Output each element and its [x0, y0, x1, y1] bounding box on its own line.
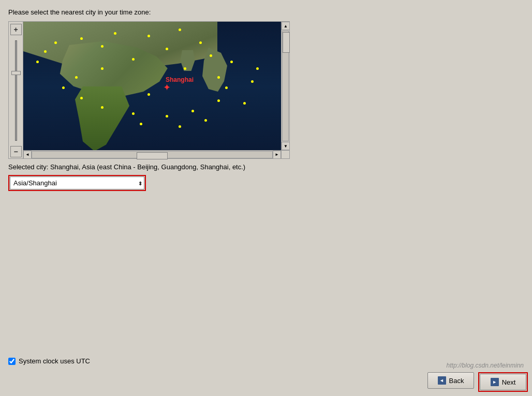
- scroll-thumb-h[interactable]: [137, 152, 168, 159]
- zoom-slider-area[interactable]: [9, 36, 23, 145]
- city-dot: [184, 67, 186, 70]
- zoom-controls: + −: [8, 21, 23, 159]
- city-dot: [36, 61, 39, 63]
- city-dot: [132, 58, 135, 61]
- city-dot: [225, 86, 228, 89]
- scroll-up-arrow[interactable]: ▲: [282, 22, 290, 30]
- scroll-down-arrow[interactable]: ▼: [282, 142, 290, 150]
- utc-checkbox[interactable]: [8, 358, 16, 365]
- next-arrow-icon: ►: [491, 378, 499, 386]
- city-dot: [243, 102, 246, 105]
- city-dot: [256, 67, 259, 70]
- zoom-in-button[interactable]: +: [10, 24, 22, 35]
- scroll-track-v[interactable]: [282, 31, 289, 141]
- city-dot: [210, 54, 212, 57]
- vertical-scrollbar[interactable]: ▲ ▼: [282, 21, 290, 151]
- city-dot: [147, 35, 150, 37]
- zoom-slider-track: [15, 40, 17, 141]
- button-row: ◄ Back ► Next: [427, 372, 528, 392]
- scroll-right-arrow[interactable]: ►: [273, 151, 281, 159]
- city-dot: [101, 45, 104, 48]
- city-dot: [217, 99, 220, 102]
- watermark: http://blog.csdn.net/leinminn: [447, 362, 524, 369]
- city-dot: [140, 123, 142, 125]
- city-dot: [251, 80, 254, 83]
- shanghai-marker: ✦: [163, 83, 171, 92]
- map-scroll-area: ✦ Shanghai ▲ ▼ ◄: [23, 21, 290, 159]
- zoom-slider-thumb: [11, 71, 21, 75]
- back-arrow-icon: ◄: [438, 376, 446, 385]
- back-button[interactable]: ◄ Back: [427, 372, 474, 389]
- timezone-select[interactable]: Asia/ShanghaiAsia/BeijingAsia/TokyoAsia/…: [10, 177, 144, 189]
- city-dot: [199, 41, 202, 44]
- city-dot: [166, 48, 168, 50]
- instruction-text: Please select the nearest city in your t…: [8, 8, 524, 16]
- next-button-wrapper: ► Next: [478, 372, 528, 392]
- next-label: Next: [502, 378, 516, 386]
- scroll-left-arrow[interactable]: ◄: [23, 151, 32, 159]
- back-label: Back: [449, 377, 464, 385]
- city-dot: [101, 67, 104, 70]
- city-dot: [166, 115, 168, 118]
- timezone-select-container: Asia/ShanghaiAsia/BeijingAsia/TokyoAsia/…: [10, 177, 144, 189]
- timezone-select-wrapper: Asia/ShanghaiAsia/BeijingAsia/TokyoAsia/…: [8, 175, 146, 191]
- shanghai-label: Shanghai: [166, 76, 194, 83]
- city-dot: [204, 119, 207, 122]
- next-button[interactable]: ► Next: [480, 374, 526, 390]
- zoom-out-button[interactable]: −: [10, 146, 22, 157]
- city-dot: [75, 76, 78, 79]
- horizontal-scrollbar[interactable]: ◄ ►: [23, 151, 282, 159]
- city-dot: [114, 32, 116, 35]
- utc-label: System clock uses UTC: [19, 357, 90, 365]
- map-viewport[interactable]: ✦ Shanghai: [23, 21, 282, 151]
- city-dot: [54, 41, 57, 44]
- city-dot: [62, 86, 65, 89]
- city-dot: [179, 28, 181, 31]
- city-dot: [147, 93, 150, 96]
- scroll-track-h[interactable]: [32, 151, 273, 158]
- city-dot: [191, 110, 194, 112]
- city-dot: [132, 112, 135, 115]
- city-dot: [230, 61, 233, 63]
- city-dot: [80, 37, 83, 40]
- map-area: + −: [8, 21, 524, 159]
- main-content: Please select the nearest city in your t…: [0, 0, 532, 191]
- scroll-corner: [282, 151, 290, 159]
- map-image: ✦ Shanghai: [23, 22, 282, 151]
- city-dot: [80, 97, 83, 99]
- scroll-thumb-v[interactable]: [283, 32, 290, 53]
- city-dot: [101, 106, 104, 109]
- h-scroll-row: ◄ ►: [23, 151, 290, 159]
- city-dot: [179, 125, 181, 128]
- city-dot: [217, 76, 220, 79]
- city-dot: [44, 50, 47, 53]
- selected-city-text: Selected city: Shanghai, Asia (east Chin…: [8, 163, 524, 171]
